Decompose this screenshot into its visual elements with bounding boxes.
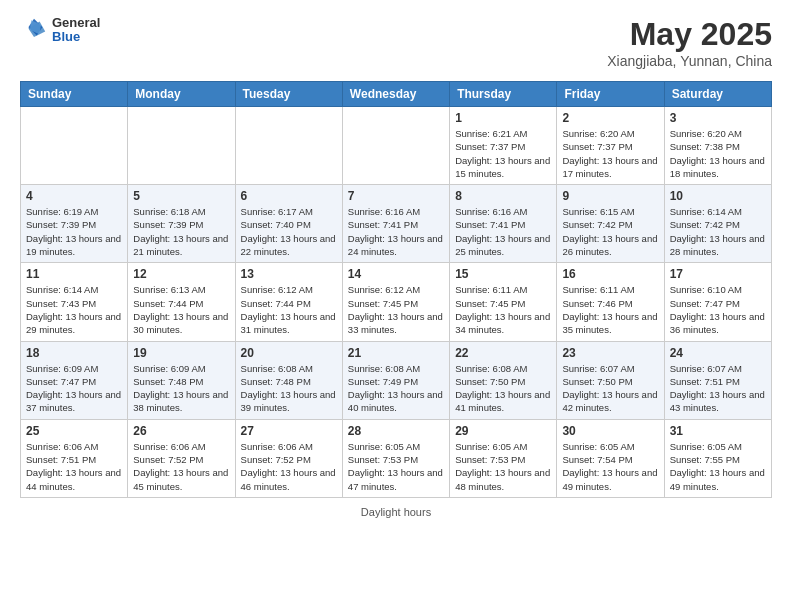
- calendar-cell: 10Sunrise: 6:14 AM Sunset: 7:42 PM Dayli…: [664, 185, 771, 263]
- day-number: 1: [455, 111, 551, 125]
- calendar-cell: 23Sunrise: 6:07 AM Sunset: 7:50 PM Dayli…: [557, 341, 664, 419]
- calendar-day-header: Thursday: [450, 82, 557, 107]
- calendar-cell: [21, 107, 128, 185]
- day-info: Sunrise: 6:08 AM Sunset: 7:49 PM Dayligh…: [348, 362, 444, 415]
- calendar-cell: 19Sunrise: 6:09 AM Sunset: 7:48 PM Dayli…: [128, 341, 235, 419]
- day-info: Sunrise: 6:16 AM Sunset: 7:41 PM Dayligh…: [455, 205, 551, 258]
- calendar-cell: 13Sunrise: 6:12 AM Sunset: 7:44 PM Dayli…: [235, 263, 342, 341]
- calendar-cell: 7Sunrise: 6:16 AM Sunset: 7:41 PM Daylig…: [342, 185, 449, 263]
- calendar-cell: 24Sunrise: 6:07 AM Sunset: 7:51 PM Dayli…: [664, 341, 771, 419]
- day-info: Sunrise: 6:13 AM Sunset: 7:44 PM Dayligh…: [133, 283, 229, 336]
- calendar-cell: 3Sunrise: 6:20 AM Sunset: 7:38 PM Daylig…: [664, 107, 771, 185]
- calendar-cell: 6Sunrise: 6:17 AM Sunset: 7:40 PM Daylig…: [235, 185, 342, 263]
- day-number: 12: [133, 267, 229, 281]
- location-subtitle: Xiangjiaba, Yunnan, China: [607, 53, 772, 69]
- day-number: 16: [562, 267, 658, 281]
- day-number: 19: [133, 346, 229, 360]
- calendar-cell: 5Sunrise: 6:18 AM Sunset: 7:39 PM Daylig…: [128, 185, 235, 263]
- calendar-week-row: 25Sunrise: 6:06 AM Sunset: 7:51 PM Dayli…: [21, 419, 772, 497]
- calendar-cell: 21Sunrise: 6:08 AM Sunset: 7:49 PM Dayli…: [342, 341, 449, 419]
- day-number: 3: [670, 111, 766, 125]
- calendar-header-row: SundayMondayTuesdayWednesdayThursdayFrid…: [21, 82, 772, 107]
- day-number: 13: [241, 267, 337, 281]
- day-info: Sunrise: 6:14 AM Sunset: 7:43 PM Dayligh…: [26, 283, 122, 336]
- day-number: 14: [348, 267, 444, 281]
- day-info: Sunrise: 6:06 AM Sunset: 7:52 PM Dayligh…: [133, 440, 229, 493]
- calendar-cell: 20Sunrise: 6:08 AM Sunset: 7:48 PM Dayli…: [235, 341, 342, 419]
- day-info: Sunrise: 6:16 AM Sunset: 7:41 PM Dayligh…: [348, 205, 444, 258]
- calendar-cell: 9Sunrise: 6:15 AM Sunset: 7:42 PM Daylig…: [557, 185, 664, 263]
- calendar-cell: 28Sunrise: 6:05 AM Sunset: 7:53 PM Dayli…: [342, 419, 449, 497]
- month-year-title: May 2025: [607, 16, 772, 53]
- calendar-day-header: Tuesday: [235, 82, 342, 107]
- calendar-cell: 17Sunrise: 6:10 AM Sunset: 7:47 PM Dayli…: [664, 263, 771, 341]
- calendar-cell: 1Sunrise: 6:21 AM Sunset: 7:37 PM Daylig…: [450, 107, 557, 185]
- day-info: Sunrise: 6:12 AM Sunset: 7:45 PM Dayligh…: [348, 283, 444, 336]
- day-info: Sunrise: 6:15 AM Sunset: 7:42 PM Dayligh…: [562, 205, 658, 258]
- title-block: May 2025 Xiangjiaba, Yunnan, China: [607, 16, 772, 69]
- day-info: Sunrise: 6:20 AM Sunset: 7:37 PM Dayligh…: [562, 127, 658, 180]
- day-info: Sunrise: 6:11 AM Sunset: 7:45 PM Dayligh…: [455, 283, 551, 336]
- day-info: Sunrise: 6:11 AM Sunset: 7:46 PM Dayligh…: [562, 283, 658, 336]
- day-info: Sunrise: 6:21 AM Sunset: 7:37 PM Dayligh…: [455, 127, 551, 180]
- day-number: 18: [26, 346, 122, 360]
- day-number: 28: [348, 424, 444, 438]
- calendar-week-row: 18Sunrise: 6:09 AM Sunset: 7:47 PM Dayli…: [21, 341, 772, 419]
- day-number: 30: [562, 424, 658, 438]
- day-number: 20: [241, 346, 337, 360]
- calendar-cell: [235, 107, 342, 185]
- day-info: Sunrise: 6:17 AM Sunset: 7:40 PM Dayligh…: [241, 205, 337, 258]
- day-info: Sunrise: 6:07 AM Sunset: 7:51 PM Dayligh…: [670, 362, 766, 415]
- calendar-cell: 18Sunrise: 6:09 AM Sunset: 7:47 PM Dayli…: [21, 341, 128, 419]
- header: General Blue May 2025 Xiangjiaba, Yunnan…: [20, 16, 772, 69]
- day-number: 8: [455, 189, 551, 203]
- calendar-cell: 26Sunrise: 6:06 AM Sunset: 7:52 PM Dayli…: [128, 419, 235, 497]
- calendar-cell: 4Sunrise: 6:19 AM Sunset: 7:39 PM Daylig…: [21, 185, 128, 263]
- logo-text: General Blue: [52, 16, 100, 45]
- calendar-week-row: 4Sunrise: 6:19 AM Sunset: 7:39 PM Daylig…: [21, 185, 772, 263]
- calendar-day-header: Sunday: [21, 82, 128, 107]
- calendar-cell: 27Sunrise: 6:06 AM Sunset: 7:52 PM Dayli…: [235, 419, 342, 497]
- day-number: 4: [26, 189, 122, 203]
- day-number: 27: [241, 424, 337, 438]
- calendar-cell: 25Sunrise: 6:06 AM Sunset: 7:51 PM Dayli…: [21, 419, 128, 497]
- calendar-cell: [128, 107, 235, 185]
- day-info: Sunrise: 6:09 AM Sunset: 7:48 PM Dayligh…: [133, 362, 229, 415]
- day-info: Sunrise: 6:18 AM Sunset: 7:39 PM Dayligh…: [133, 205, 229, 258]
- day-number: 21: [348, 346, 444, 360]
- logo-general: General: [52, 16, 100, 30]
- day-info: Sunrise: 6:06 AM Sunset: 7:51 PM Dayligh…: [26, 440, 122, 493]
- day-number: 15: [455, 267, 551, 281]
- day-info: Sunrise: 6:05 AM Sunset: 7:55 PM Dayligh…: [670, 440, 766, 493]
- day-number: 7: [348, 189, 444, 203]
- day-number: 24: [670, 346, 766, 360]
- calendar-day-header: Wednesday: [342, 82, 449, 107]
- day-number: 23: [562, 346, 658, 360]
- day-info: Sunrise: 6:19 AM Sunset: 7:39 PM Dayligh…: [26, 205, 122, 258]
- calendar-cell: 15Sunrise: 6:11 AM Sunset: 7:45 PM Dayli…: [450, 263, 557, 341]
- calendar-cell: 8Sunrise: 6:16 AM Sunset: 7:41 PM Daylig…: [450, 185, 557, 263]
- calendar-cell: 30Sunrise: 6:05 AM Sunset: 7:54 PM Dayli…: [557, 419, 664, 497]
- day-info: Sunrise: 6:10 AM Sunset: 7:47 PM Dayligh…: [670, 283, 766, 336]
- day-number: 5: [133, 189, 229, 203]
- day-info: Sunrise: 6:06 AM Sunset: 7:52 PM Dayligh…: [241, 440, 337, 493]
- day-number: 2: [562, 111, 658, 125]
- calendar-cell: 16Sunrise: 6:11 AM Sunset: 7:46 PM Dayli…: [557, 263, 664, 341]
- calendar-cell: 31Sunrise: 6:05 AM Sunset: 7:55 PM Dayli…: [664, 419, 771, 497]
- day-number: 26: [133, 424, 229, 438]
- footer: Daylight hours: [20, 506, 772, 518]
- general-blue-icon: [20, 16, 48, 44]
- footer-label: Daylight hours: [361, 506, 431, 518]
- logo: General Blue: [20, 16, 100, 45]
- calendar-cell: 29Sunrise: 6:05 AM Sunset: 7:53 PM Dayli…: [450, 419, 557, 497]
- day-number: 17: [670, 267, 766, 281]
- calendar-cell: 14Sunrise: 6:12 AM Sunset: 7:45 PM Dayli…: [342, 263, 449, 341]
- day-info: Sunrise: 6:14 AM Sunset: 7:42 PM Dayligh…: [670, 205, 766, 258]
- day-number: 9: [562, 189, 658, 203]
- calendar-cell: 2Sunrise: 6:20 AM Sunset: 7:37 PM Daylig…: [557, 107, 664, 185]
- day-number: 10: [670, 189, 766, 203]
- calendar-day-header: Friday: [557, 82, 664, 107]
- calendar-table: SundayMondayTuesdayWednesdayThursdayFrid…: [20, 81, 772, 498]
- day-info: Sunrise: 6:05 AM Sunset: 7:53 PM Dayligh…: [455, 440, 551, 493]
- page: General Blue May 2025 Xiangjiaba, Yunnan…: [0, 0, 792, 534]
